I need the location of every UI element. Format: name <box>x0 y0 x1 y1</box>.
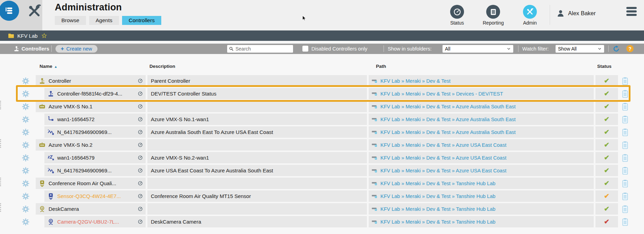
table-row[interactable]: Azure VMX-S No.2 KFV Lab » Meraki » Dev … <box>0 139 644 151</box>
clipboard-icon[interactable] <box>621 166 629 175</box>
clipboard-icon[interactable] <box>621 115 629 124</box>
row-name: Azure VMX-S No.2 <box>49 142 93 148</box>
gauge-badge-icon <box>137 206 143 212</box>
path-cell: KFV Lab » Meraki » Dev & Test » Tanshire… <box>369 178 594 189</box>
name-cell[interactable]: Controller <box>36 75 146 87</box>
name-cell[interactable]: wan1-16564572 <box>44 114 146 125</box>
table-row[interactable]: wan1-16564572 Azure VMX-S No.1-wan1 KFV … <box>0 114 644 125</box>
description-cell <box>147 139 367 151</box>
description-cell <box>147 203 367 215</box>
gear-icon[interactable] <box>22 205 29 213</box>
drag-handle-icon[interactable] <box>0 178 1 186</box>
clipboard-icon[interactable] <box>621 102 629 111</box>
gear-icon[interactable] <box>22 167 29 174</box>
status-cell: ✔ <box>595 139 618 151</box>
clipboard-icon[interactable] <box>621 141 629 150</box>
gear-icon[interactable] <box>22 141 29 149</box>
path-link[interactable]: KFV Lab » Meraki » Dev & Test » Azure US… <box>380 168 506 173</box>
table-row[interactable]: wan1-16564579 Azure VMX-S No.2-wan1 KFV … <box>0 152 644 163</box>
path-link[interactable]: KFV Lab » Meraki » Dev & Test » Tanshire… <box>380 219 496 225</box>
clipboard-icon[interactable] <box>621 179 629 188</box>
status-cell: ✔ <box>595 165 618 176</box>
table-row[interactable]: Camera-Q2GV-UBU2-7L... DeskCamera Camera… <box>0 216 644 227</box>
path-link[interactable]: KFV Lab » Meraki » Dev & Test » Azure US… <box>380 155 506 161</box>
clipboard-icon[interactable] <box>621 128 629 137</box>
sensor-icon <box>38 180 46 187</box>
clipboard-icon[interactable] <box>621 205 629 214</box>
path-cell: KFV Lab » Meraki » Dev & Test » Azure Au… <box>369 101 594 112</box>
status-cell: ✔ <box>595 114 618 125</box>
status-check-icon: ✔ <box>604 90 610 97</box>
name-cell[interactable]: wan1-16564579 <box>44 152 146 163</box>
description-cell <box>147 101 367 112</box>
gear-icon[interactable] <box>22 116 29 123</box>
table-row[interactable]: Conference Room Air Quali... KFV Lab » M… <box>0 178 644 189</box>
path-link[interactable]: KFV Lab » Meraki » Dev & Test <box>380 78 450 84</box>
path-chip-icon <box>371 193 378 199</box>
description-cell: Parent Controller <box>147 75 367 87</box>
gear-icon[interactable] <box>22 218 29 226</box>
clipboard-icon[interactable] <box>621 154 629 162</box>
gear-icon[interactable] <box>22 154 29 162</box>
description-cell: Azure USA East Coast To Azure Australia … <box>147 165 367 176</box>
gear-icon[interactable] <box>22 103 29 110</box>
table-row[interactable]: DeskCamera KFV Lab » Meraki » Dev & Test… <box>0 203 644 215</box>
table-row[interactable]: N_641762946900969... Azure Australia Sou… <box>0 126 644 138</box>
gear-icon[interactable] <box>22 128 29 136</box>
clipboard-icon[interactable] <box>621 90 629 98</box>
status-cell: ✔ <box>595 75 618 87</box>
row-name: Conference Room Air Quali... <box>49 180 116 186</box>
row-name: N_641762946900969... <box>57 168 112 173</box>
name-cell[interactable]: DeskCamera <box>36 203 146 215</box>
status-cell: ✔ <box>595 126 618 138</box>
path-cell: KFV Lab » Meraki » Dev & Test » Devices … <box>369 88 594 99</box>
clipboard-icon[interactable] <box>621 77 629 86</box>
drag-handle-icon[interactable] <box>0 101 1 109</box>
path-link[interactable]: KFV Lab » Meraki » Dev & Test » Azure Au… <box>380 129 516 135</box>
clipboard-icon[interactable] <box>621 192 629 201</box>
gear-icon[interactable] <box>22 192 29 200</box>
gauge-badge-icon <box>137 142 143 148</box>
gear-icon[interactable] <box>22 77 29 85</box>
gauge-badge-icon <box>137 155 143 161</box>
name-cell[interactable]: Camera-Q2GV-UBU2-7L... <box>44 216 146 227</box>
path-link[interactable]: KFV Lab » Meraki » Dev & Test » Tanshire… <box>380 206 496 212</box>
name-cell[interactable]: Sensor-Q3CQ-4W24-4E7... <box>44 190 146 202</box>
path-chip-icon <box>371 78 378 84</box>
gear-icon[interactable] <box>22 180 29 187</box>
name-cell[interactable]: Conference Room Air Quali... <box>36 178 146 189</box>
drag-handle-icon[interactable] <box>0 139 1 148</box>
description-cell: Azure VMX-S No.2-wan1 <box>147 152 367 163</box>
gear-icon[interactable] <box>22 90 29 98</box>
status-cell: ✔ <box>595 178 618 189</box>
table-row[interactable]: Sensor-Q3CQ-4W24-4E7... Conference Room … <box>0 190 644 202</box>
gauge-badge-icon <box>137 129 143 135</box>
name-cell[interactable]: N_641762946900969... <box>44 126 146 138</box>
name-cell[interactable]: N_641762946900969... <box>44 165 146 176</box>
path-link[interactable]: KFV Lab » Meraki » Dev & Test » Azure Au… <box>380 117 516 122</box>
clipboard-icon[interactable] <box>621 218 629 226</box>
table-row[interactable]: Controller-f8581f4c-df29-4... DEV/TEST C… <box>0 88 644 99</box>
path-link[interactable]: KFV Lab » Meraki » Dev & Test » Devices … <box>380 91 503 97</box>
app-window: Administration Browse Agents Controllers… <box>0 0 644 234</box>
row-name: wan1-16564579 <box>57 155 95 161</box>
path-link[interactable]: KFV Lab » Meraki » Dev & Test » Azure US… <box>380 142 506 148</box>
table-row[interactable]: N_641762946900969... Azure USA East Coas… <box>0 165 644 176</box>
path-chip-icon <box>371 142 378 148</box>
table-row[interactable]: Azure VMX-S No.1 KFV Lab » Meraki » Dev … <box>0 101 644 112</box>
table-row[interactable]: Controller Parent Controller KFV Lab » M… <box>0 75 644 87</box>
status-cell: ✔ <box>595 216 618 227</box>
status-cell: ✔ <box>595 190 618 202</box>
name-cell[interactable]: Azure VMX-S No.1 <box>36 101 146 112</box>
status-check-icon: ✔ <box>604 218 610 225</box>
path-link[interactable]: KFV Lab » Meraki » Dev & Test » Azure Au… <box>380 104 516 109</box>
path-link[interactable]: KFV Lab » Meraki » Dev & Test » Tanshire… <box>380 181 496 186</box>
drag-handle-icon[interactable] <box>0 203 1 212</box>
path-chip-icon <box>371 116 378 123</box>
path-link[interactable]: KFV Lab » Meraki » Dev & Test » Tanshire… <box>380 194 496 199</box>
robot-icon <box>38 141 46 148</box>
row-name: Camera-Q2GV-UBU2-7L... <box>57 219 119 225</box>
name-cell[interactable]: Azure VMX-S No.2 <box>36 139 146 151</box>
name-cell[interactable]: Controller-f8581f4c-df29-4... <box>44 88 146 99</box>
path-cell: KFV Lab » Meraki » Dev & Test » Tanshire… <box>369 203 594 215</box>
